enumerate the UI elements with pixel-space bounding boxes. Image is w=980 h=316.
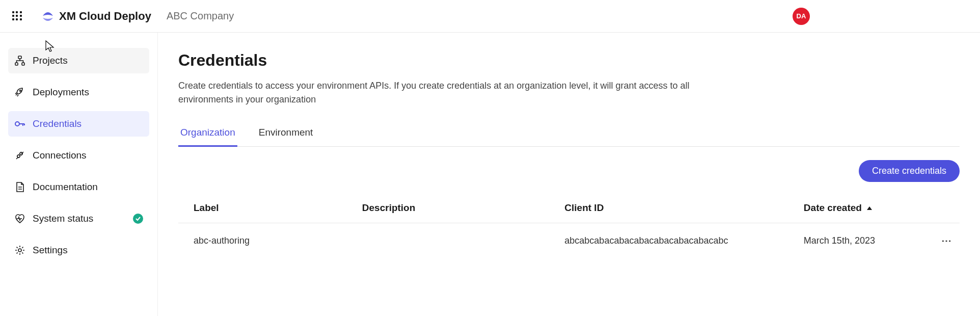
user-avatar[interactable]: DA bbox=[793, 8, 810, 25]
cell-description bbox=[355, 223, 558, 258]
app-brand[interactable]: XM Cloud Deploy bbox=[42, 10, 151, 23]
rocket-icon bbox=[14, 87, 25, 98]
sort-asc-icon bbox=[867, 206, 872, 210]
sidebar-item-documentation[interactable]: Documentation bbox=[8, 174, 149, 200]
document-icon bbox=[14, 181, 25, 193]
create-credentials-button[interactable]: Create credentials bbox=[859, 160, 960, 182]
sidebar-item-connections[interactable]: Connections bbox=[8, 143, 149, 168]
cell-client-id: abcabcabacabacabacabacabacabacabc bbox=[557, 223, 797, 258]
cell-label: abc-authoring bbox=[178, 223, 355, 258]
row-more-actions-button[interactable]: ⋯ bbox=[941, 235, 952, 246]
app-title: XM Cloud Deploy bbox=[59, 10, 151, 23]
gear-icon bbox=[14, 245, 25, 256]
table-row: abc-authoring abcabcabacabacabacabacabac… bbox=[178, 223, 960, 258]
sidebar-item-deployments[interactable]: Deployments bbox=[8, 80, 149, 105]
svg-point-3 bbox=[20, 90, 21, 92]
sitemap-icon bbox=[14, 55, 25, 66]
logo-icon bbox=[42, 11, 54, 22]
sidebar-item-label: Settings bbox=[33, 245, 143, 256]
sidebar-item-label: System status bbox=[33, 213, 126, 224]
page-description: Create credentials to access your enviro… bbox=[178, 79, 744, 107]
sidebar-item-settings[interactable]: Settings bbox=[8, 238, 149, 263]
page-title: Credentials bbox=[178, 51, 960, 70]
column-header-label[interactable]: Label bbox=[178, 193, 355, 223]
heartbeat-icon bbox=[14, 213, 25, 224]
sidebar-item-label: Projects bbox=[33, 55, 143, 66]
svg-point-7 bbox=[18, 249, 21, 252]
column-header-client-id[interactable]: Client ID bbox=[557, 193, 797, 223]
main-content: Credentials Create credentials to access… bbox=[158, 33, 980, 316]
plug-icon bbox=[14, 150, 25, 161]
column-header-date-label: Date created bbox=[804, 202, 862, 214]
sidebar-item-label: Deployments bbox=[33, 87, 143, 98]
column-header-description[interactable]: Description bbox=[355, 193, 558, 223]
column-header-date-created[interactable]: Date created bbox=[797, 193, 919, 223]
column-header-actions bbox=[919, 193, 960, 223]
status-ok-icon bbox=[133, 214, 143, 224]
tab-environment[interactable]: Environment bbox=[257, 121, 315, 147]
sidebar-item-projects[interactable]: Projects bbox=[8, 48, 149, 73]
svg-rect-2 bbox=[22, 63, 24, 65]
sidebar-item-system-status[interactable]: System status bbox=[8, 206, 149, 231]
sidebar-item-credentials[interactable]: Credentials bbox=[8, 111, 149, 137]
apps-launcher-icon[interactable] bbox=[12, 11, 22, 21]
cell-date-created: March 15th, 2023 bbox=[797, 223, 919, 258]
tab-organization[interactable]: Organization bbox=[178, 121, 237, 147]
key-icon bbox=[14, 118, 25, 129]
credentials-table: Label Description Client ID Date created… bbox=[178, 193, 960, 258]
sidebar-item-label: Connections bbox=[33, 150, 143, 161]
sidebar-nav: Projects Deployments Credentials bbox=[0, 33, 158, 316]
svg-rect-1 bbox=[15, 63, 18, 65]
sidebar-item-label: Documentation bbox=[33, 181, 143, 193]
tabs: Organization Environment bbox=[178, 121, 960, 147]
svg-point-4 bbox=[15, 122, 19, 126]
top-header: XM Cloud Deploy ABC Company DA bbox=[0, 0, 980, 33]
svg-rect-0 bbox=[18, 56, 21, 59]
sidebar-item-label: Credentials bbox=[33, 118, 143, 129]
org-name: ABC Company bbox=[167, 10, 234, 22]
